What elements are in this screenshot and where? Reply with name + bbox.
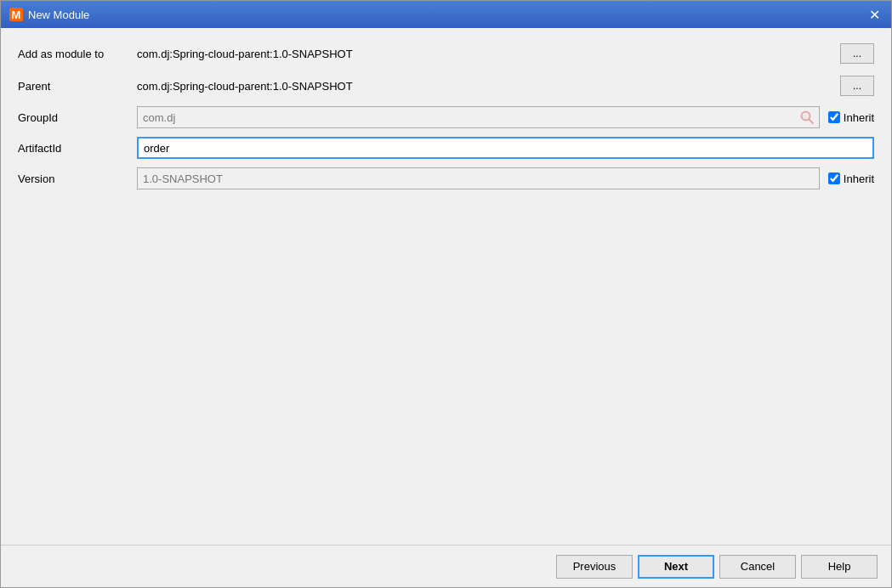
groupid-field-wrapper [137, 106, 820, 128]
version-row: Version Inherit [18, 167, 874, 189]
groupid-inherit-wrapper: Inherit [828, 111, 874, 124]
groupid-inherit-label: Inherit [844, 111, 874, 124]
version-inherit-label: Inherit [844, 172, 874, 185]
add-as-module-row: Add as module to com.dj:Spring-cloud-par… [18, 42, 874, 65]
dialog-footer: Previous Next Cancel Help [1, 545, 891, 587]
dialog-content: Add as module to com.dj:Spring-cloud-par… [1, 28, 891, 545]
title-bar-left: M New Module [9, 8, 89, 21]
groupid-row: GroupId Inherit [18, 106, 874, 128]
artifactid-label: ArtifactId [18, 142, 137, 155]
add-as-module-browse-button[interactable]: ... [840, 43, 874, 64]
version-inherit-checkbox[interactable] [828, 172, 840, 184]
version-inherit-wrapper: Inherit [828, 172, 874, 185]
dialog-icon: M [9, 8, 23, 21]
dialog-title: New Module [28, 8, 89, 21]
parent-label: Parent [18, 80, 137, 93]
new-module-dialog: M New Module ✕ Add as module to com.dj:S… [0, 0, 892, 588]
content-spacer [18, 198, 874, 531]
parent-value: com.dj:Spring-cloud-parent:1.0-SNAPSHOT [137, 80, 833, 93]
version-input[interactable] [137, 167, 820, 189]
add-as-module-label: Add as module to [18, 48, 137, 60]
parent-browse-button[interactable]: ... [840, 76, 874, 96]
groupid-inherit-checkbox[interactable] [828, 111, 840, 123]
artifactid-input[interactable] [137, 137, 874, 159]
cancel-button[interactable]: Cancel [719, 555, 796, 579]
next-button[interactable]: Next [638, 555, 714, 579]
title-bar: M New Module ✕ [1, 1, 891, 28]
help-button[interactable]: Help [801, 555, 878, 579]
add-as-module-value: com.dj:Spring-cloud-parent:1.0-SNAPSHOT [137, 48, 833, 60]
version-label: Version [18, 172, 137, 185]
artifactid-row: ArtifactId [18, 137, 874, 159]
previous-button[interactable]: Previous [556, 555, 633, 579]
groupid-input[interactable] [137, 106, 820, 128]
groupid-label: GroupId [18, 111, 137, 124]
parent-row: Parent com.dj:Spring-cloud-parent:1.0-SN… [18, 74, 874, 98]
close-button[interactable]: ✕ [866, 6, 883, 23]
